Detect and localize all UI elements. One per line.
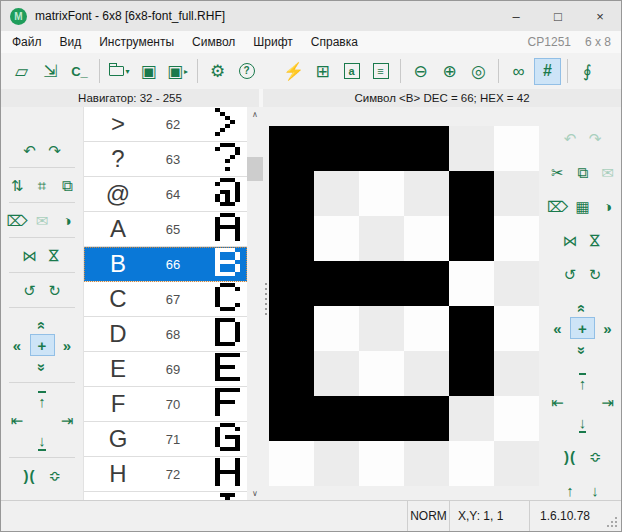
pixel-cell[interactable] xyxy=(404,171,449,216)
pixel-cell[interactable] xyxy=(494,396,539,441)
invert-button[interactable]: ◑ xyxy=(595,195,620,217)
crop-button[interactable]: ⌗ xyxy=(30,174,55,196)
char-row-67[interactable]: C67 xyxy=(84,282,247,317)
code-view-button[interactable]: a xyxy=(338,58,365,85)
next-char-button[interactable]: ↓ xyxy=(583,479,608,501)
pixel-cell[interactable] xyxy=(494,441,539,486)
toggle-grid-button[interactable]: # xyxy=(534,58,561,85)
char-height-button[interactable]: ⇅ xyxy=(5,174,30,196)
pixel-cell[interactable] xyxy=(314,216,359,261)
undo-button[interactable]: ↶ xyxy=(17,139,42,161)
pixel-cell[interactable] xyxy=(404,261,449,306)
flip-horizontal-button[interactable]: ⋈ xyxy=(17,244,42,266)
menu-item-view[interactable]: Вид xyxy=(51,33,91,51)
save-as-button[interactable]: ▣▸ xyxy=(164,58,191,85)
menu-item-file[interactable]: Файл xyxy=(3,33,51,51)
help-button[interactable]: ? xyxy=(233,58,260,85)
center-vertical-button[interactable]: ≎ xyxy=(42,464,67,486)
pixel-cell[interactable] xyxy=(404,396,449,441)
char-row-69[interactable]: E69 xyxy=(84,352,247,387)
rotate-right-button[interactable]: ↻ xyxy=(583,263,608,285)
char-row-71[interactable]: G71 xyxy=(84,422,247,457)
invert-button[interactable]: ◑ xyxy=(55,209,80,231)
pixel-cell[interactable] xyxy=(359,441,404,486)
pixel-cell[interactable] xyxy=(494,306,539,351)
shift-right-button[interactable]: » xyxy=(595,317,620,339)
align-bottom-button[interactable]: ↓ xyxy=(570,413,595,435)
pixel-cell[interactable] xyxy=(359,216,404,261)
char-map-button[interactable]: ⊞ xyxy=(309,58,336,85)
pixel-cell[interactable] xyxy=(449,216,494,261)
char-row-70[interactable]: F70 xyxy=(84,387,247,422)
attach-button[interactable]: ∮ xyxy=(574,58,601,85)
pixel-cell[interactable] xyxy=(494,351,539,396)
pixel-cell[interactable] xyxy=(404,306,449,351)
pixel-cell[interactable] xyxy=(269,396,314,441)
paste-button[interactable]: ✉ xyxy=(595,161,620,183)
scrollbar-thumb[interactable] xyxy=(247,157,263,181)
paste-button[interactable]: ✉ xyxy=(30,209,55,231)
flip-horizontal-button[interactable]: ⋈ xyxy=(558,229,583,251)
pixel-cell[interactable] xyxy=(449,396,494,441)
char-row-66[interactable]: B66 xyxy=(84,247,247,282)
scroll-down-icon[interactable]: ∨ xyxy=(247,486,263,500)
pixel-cell[interactable] xyxy=(359,126,404,171)
prev-char-button[interactable]: ↑ xyxy=(558,479,583,501)
import-image-button[interactable]: ▦ xyxy=(570,195,595,217)
pixel-cell[interactable] xyxy=(404,441,449,486)
pixel-cell[interactable] xyxy=(404,351,449,396)
char-row-62[interactable]: >62 xyxy=(84,107,247,142)
align-right-button[interactable]: ⇥ xyxy=(55,409,80,431)
pixel-cell[interactable] xyxy=(404,216,449,261)
preview-button[interactable]: ∞ xyxy=(505,58,532,85)
pixel-cell[interactable] xyxy=(359,306,404,351)
rotate-right-button[interactable]: ↻ xyxy=(42,279,67,301)
align-bottom-button[interactable]: ↓ xyxy=(30,431,55,453)
pixel-cell[interactable] xyxy=(314,306,359,351)
copy-button[interactable]: ⧉ xyxy=(570,161,595,183)
pixel-cell[interactable] xyxy=(359,351,404,396)
pixel-cell[interactable] xyxy=(449,171,494,216)
shift-left-button[interactable]: « xyxy=(5,334,30,356)
rotate-left-button[interactable]: ↺ xyxy=(558,263,583,285)
pixel-cell[interactable] xyxy=(269,351,314,396)
pixel-cell[interactable] xyxy=(449,261,494,306)
align-top-button[interactable]: ↑ xyxy=(30,389,55,411)
save-button[interactable]: ▣ xyxy=(135,58,162,85)
move-mode-button[interactable]: + xyxy=(570,317,595,339)
undo-button[interactable]: ↶ xyxy=(558,127,583,149)
minimize-button[interactable]: – xyxy=(495,1,537,31)
clear-button[interactable]: ⌦ xyxy=(545,195,570,217)
pixel-cell[interactable] xyxy=(449,441,494,486)
clear-button[interactable]: ⌦ xyxy=(5,209,30,231)
resize-grip[interactable] xyxy=(615,525,617,527)
char-row-73[interactable]: I73 xyxy=(84,492,247,500)
pixel-cell[interactable] xyxy=(269,441,314,486)
center-vertical-button[interactable]: ≎ xyxy=(583,445,608,467)
flip-vertical-button[interactable]: ⋈ xyxy=(583,229,608,251)
char-row-68[interactable]: D68 xyxy=(84,317,247,352)
shift-down-button[interactable]: » xyxy=(30,356,55,378)
shift-down-button[interactable]: » xyxy=(570,339,595,361)
maximize-button[interactable]: □ xyxy=(537,1,579,31)
shift-left-button[interactable]: « xyxy=(545,317,570,339)
shift-up-button[interactable]: « xyxy=(570,297,595,319)
char-row-63[interactable]: ?63 xyxy=(84,142,247,177)
optimize-button[interactable]: ⚡ xyxy=(280,58,307,85)
pixel-cell[interactable] xyxy=(314,441,359,486)
char-row-64[interactable]: @64 xyxy=(84,177,247,212)
resize-canvas-button[interactable]: ⧉ xyxy=(55,174,80,196)
pixel-cell[interactable] xyxy=(314,351,359,396)
pixel-cell[interactable] xyxy=(269,126,314,171)
zoom-out-button[interactable]: ⊖ xyxy=(407,58,434,85)
zoom-fit-button[interactable]: ◎ xyxy=(465,58,492,85)
pixel-cell[interactable] xyxy=(449,306,494,351)
pixel-cell[interactable] xyxy=(314,396,359,441)
shift-up-button[interactable]: « xyxy=(30,314,55,336)
char-row-65[interactable]: A65 xyxy=(84,212,247,247)
pixel-cell[interactable] xyxy=(359,396,404,441)
open-button[interactable]: ▾ xyxy=(106,58,133,85)
pixel-cell[interactable] xyxy=(404,126,449,171)
menu-item-symbol[interactable]: Символ xyxy=(183,33,244,51)
center-horizontal-button[interactable]: )( xyxy=(558,445,583,467)
